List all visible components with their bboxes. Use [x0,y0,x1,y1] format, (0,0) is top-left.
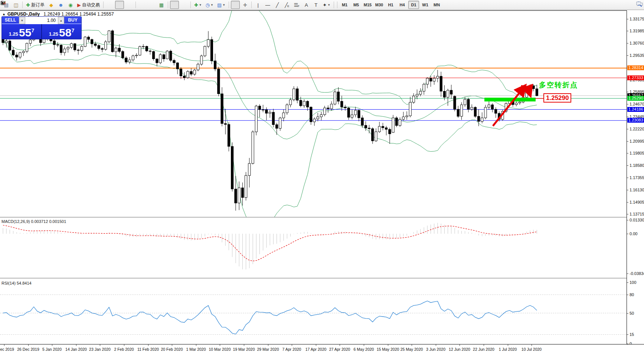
templates-icon: ▨ [217,3,222,7]
tile-windows-icon: ▦ [159,3,164,7]
date-tick [76,344,76,346]
volume-increment-button[interactable]: ▲ [58,17,64,24]
date-tick [172,344,172,346]
date-label: 20 Feb 2020 [161,347,183,352]
macd-panel[interactable] [0,218,627,278]
timeframe-m30-button[interactable]: M30 [374,1,385,9]
buy-button[interactable]: BUY [64,17,81,24]
bollinger-lower-band[interactable] [3,43,537,217]
periods-button[interactable]: ◷▼ [204,1,215,9]
equidistant-channel-button[interactable]: ╱E [282,1,291,9]
data-window-button[interactable]: ◫ [12,1,20,9]
tile-windows-button[interactable]: ▦ [157,1,166,9]
date-tick [244,344,244,346]
timeframe-mn-button[interactable]: MN [431,1,442,9]
vertical-line-icon: | [258,3,259,7]
templates-button[interactable]: ▨▼ [216,1,227,9]
price-axis-label: 1.33175 [630,17,644,21]
price-badge: 1.25290 [627,96,644,101]
rsi-panel[interactable] [0,279,627,344]
fibonacci-button[interactable]: ☰F [292,1,301,9]
timeframe-h1-button[interactable]: H1 [385,1,396,9]
new-order-button[interactable]: ✚新订单 [24,1,46,9]
bollinger-middle-band[interactable] [3,42,537,139]
line-chart-button[interactable] [125,1,134,9]
macd-axis-tick [627,220,628,220]
trendline-button[interactable]: ╱ [273,1,282,9]
date-tick [412,344,412,346]
crosshair-icon: ✛ [243,3,247,7]
price-axis[interactable]: 1.331751.319851.307601.295351.270851.258… [627,10,644,344]
rsi-axis-tick [627,282,628,283]
text-label-button[interactable]: T [311,1,320,9]
price-axis-tick [627,202,628,203]
date-label: 25 May 2020 [401,347,423,352]
date-tick [196,344,196,346]
crosshair-button[interactable]: ✛ [241,1,249,9]
market-gold-button[interactable]: ◆ [47,1,56,9]
sell-button[interactable]: SELL [2,17,19,24]
price-axis-label: 1.16130 [630,188,644,192]
macd-axis-label: -0.038343 [630,271,644,276]
signals-button[interactable]: ◉ [66,1,75,9]
date-tick [52,344,52,346]
price-axis-label: 1.13715 [630,212,644,216]
timeframe-d1-button[interactable]: D1 [408,1,419,9]
toolbar-separator [337,1,337,8]
zoom-out-button[interactable] [147,1,156,9]
data-window-icon: ◫ [14,3,18,7]
buy-price-display[interactable]: 1.25 58 7 [42,24,81,39]
price-axis-label: 1.30760 [630,41,644,45]
community-button[interactable]: ☻ [56,1,65,9]
rsi-axis-tick [627,313,628,314]
volume-input[interactable]: 1.00 [25,17,58,24]
timeframe-h4-button[interactable]: H4 [397,1,408,9]
price-axis-label: 1.29535 [630,53,644,58]
date-label: 11 Feb 2020 [137,347,159,352]
bollinger-upper-band[interactable] [3,11,537,104]
volume-decrement-button[interactable]: ▼ [19,17,25,24]
date-tick [124,344,124,346]
collapse-panel-icon[interactable]: ▲ [2,12,6,16]
date-tick [388,344,388,346]
timeframe-w1-button[interactable]: W1 [420,1,431,9]
date-tick [268,344,268,346]
price-chart-canvas[interactable] [0,11,627,217]
indicators-button[interactable]: ✚▼ [193,1,203,9]
timeframe-m15-button[interactable]: M15 [362,1,373,9]
symbol-period-label: GBPUSD-,Daily [7,12,40,17]
date-label: 7 Apr 2020 [282,347,301,352]
toolbar-separator [22,1,23,8]
timeframe-m5-button[interactable]: M5 [351,1,362,9]
dropdown-caret-icon: ▼ [199,3,202,7]
horizontal-line-icon: — [265,3,270,7]
vertical-line-button[interactable]: | [254,1,262,9]
zoom-in-button[interactable] [138,1,147,9]
cursor-button[interactable] [231,1,240,9]
support-zone-rectangle[interactable] [484,98,536,101]
arrows-button[interactable]: ✦▼ [321,1,332,9]
autotrading-button[interactable]: ▶自动交易 [76,1,101,9]
text-button[interactable]: A [302,1,311,9]
time-axis[interactable]: 7 Dec 201926 Dec 20195 Jan 202014 Jan 20… [0,344,644,353]
chart-shift-button[interactable] [180,1,189,9]
price-callout-label[interactable]: 1.25290 [543,93,571,103]
rsi-axis-label: 15 [630,332,634,337]
price-axis-tick [627,165,628,166]
candlestick-chart-button[interactable] [115,1,124,9]
timeframe-m1-button[interactable]: M1 [339,1,350,9]
auto-scroll-button[interactable] [170,1,179,9]
turning-point-annotation[interactable]: 多空转折点 [539,80,578,90]
up-trend-arrow[interactable] [493,87,524,126]
price-chart-panel[interactable] [0,10,627,217]
dropdown-caret-icon: ▼ [222,3,225,7]
macd-axis-tick [627,273,628,274]
toolbar-separator [251,1,252,8]
autotrading-button-label: 自动交易 [82,2,100,8]
horizontal-line-button[interactable]: — [263,1,272,9]
date-label: 12 Jun 2020 [449,347,470,352]
sell-price-display[interactable]: 1.25 55 7 [2,24,42,39]
price-axis-tick [627,104,628,104]
bar-chart-button[interactable] [105,1,114,9]
macd-histogram [3,223,537,270]
